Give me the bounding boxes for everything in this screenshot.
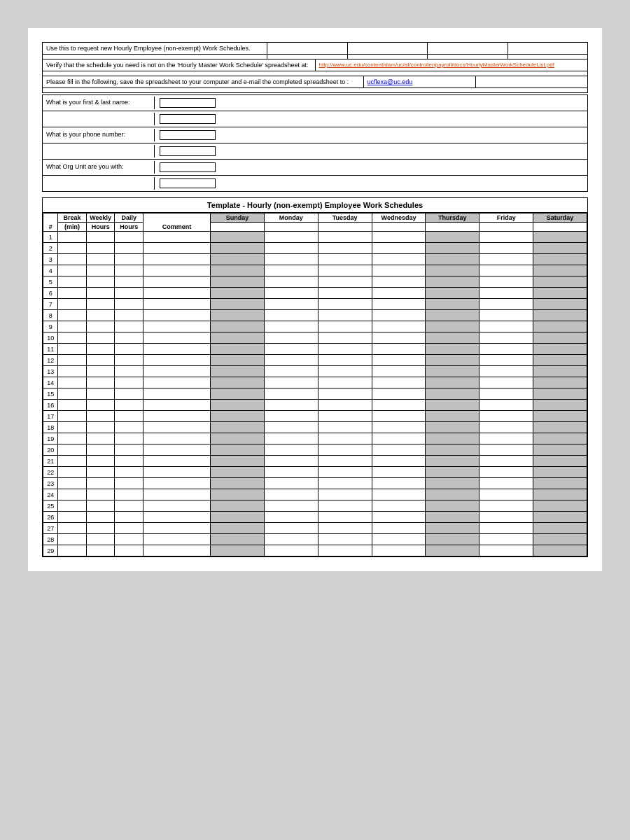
form-row-org: What Org Unit are you with: <box>43 160 587 176</box>
table-row: 2 <box>43 243 587 254</box>
table-row: 15 <box>43 388 587 400</box>
table-row: 19 <box>43 433 587 444</box>
col-header-weekly-top: Weekly <box>86 214 115 223</box>
org-label: What Org Unit are you with: <box>43 161 155 174</box>
col-header-saturday: Saturday <box>533 214 587 223</box>
col-header-monday: Monday <box>264 214 318 223</box>
col-header-daily-top: Daily <box>115 214 144 223</box>
spacer-1 <box>267 43 347 54</box>
col-header-comment: Comment <box>143 214 210 232</box>
table-row: 21 <box>43 456 587 467</box>
col-header-mon-sub <box>264 223 318 232</box>
col-header-num: # <box>43 214 58 232</box>
header-row-2: (min) Hours Hours <box>43 223 587 232</box>
blank-label2 <box>43 145 155 158</box>
col-header-tuesday: Tuesday <box>318 214 372 223</box>
verify-label: Verify that the schedule you need is not… <box>43 59 316 71</box>
form-row-blank2 <box>43 144 587 160</box>
table-row: 6 <box>43 288 587 299</box>
table-row: 27 <box>43 523 587 534</box>
table-row: 16 <box>43 400 587 411</box>
table-row: 11 <box>43 344 587 355</box>
name-input2[interactable] <box>160 114 216 124</box>
col-header-sat-sub <box>533 223 587 232</box>
fill-link[interactable]: ucflexa@uc.edu <box>364 76 476 88</box>
org-input-area <box>155 160 587 175</box>
col-header-friday: Friday <box>479 214 533 223</box>
table-row: 3 <box>43 254 587 265</box>
table-row: 7 <box>43 299 587 310</box>
table-row: 22 <box>43 467 587 478</box>
table-row: 9 <box>43 321 587 332</box>
form-section: What is your first & last name: What is … <box>42 94 588 192</box>
phone-label: What is your phone number: <box>43 129 155 141</box>
table-row: 12 <box>43 355 587 366</box>
name-label: What is your first & last name: <box>43 97 155 109</box>
form-row-phone: What is your phone number: <box>43 127 587 144</box>
name-input[interactable] <box>160 98 216 108</box>
phone-input2[interactable] <box>160 146 216 156</box>
info-row-blank <box>43 55 587 59</box>
phone-input[interactable] <box>160 130 216 140</box>
blank-row2 <box>43 71 587 76</box>
fill-spacer <box>476 76 587 88</box>
schedule-table: # Break Weekly Daily Comment Sunday Mond… <box>43 213 587 556</box>
org-input[interactable] <box>160 162 216 172</box>
form-row-blank3 <box>43 176 587 191</box>
col-header-weekly-sub: Hours <box>86 223 115 232</box>
col-header-break-top: Break <box>58 214 87 223</box>
table-row: 8 <box>43 310 587 321</box>
table-row: 25 <box>43 500 587 512</box>
spacer-3 <box>428 43 507 54</box>
spacer-4 <box>508 43 587 54</box>
table-row: 5 <box>43 276 587 288</box>
header-row: # Break Weekly Daily Comment Sunday Mond… <box>43 214 587 223</box>
table-row: 24 <box>43 489 587 500</box>
table-row: 13 <box>43 366 587 377</box>
blank-label1 <box>43 113 155 125</box>
schedule-section: Template - Hourly (non-exempt) Employee … <box>42 197 588 557</box>
col-header-sun-sub <box>211 223 265 232</box>
table-row: 4 <box>43 265 587 276</box>
use-this-label: Use this to request new Hourly Employee … <box>43 43 267 54</box>
schedule-title: Template - Hourly (non-exempt) Employee … <box>43 198 587 213</box>
blank-5 <box>508 55 587 59</box>
col-header-tue-sub <box>318 223 372 232</box>
blank-3 <box>348 55 428 59</box>
info-row-blank2 <box>43 71 587 76</box>
blank-label3 <box>43 177 155 190</box>
table-row: 23 <box>43 478 587 489</box>
blank-1 <box>43 55 267 59</box>
table-row: 1 <box>43 232 587 243</box>
table-row: 14 <box>43 377 587 388</box>
verify-link[interactable]: http://www.uc.edu/content/dam/uc/af/cont… <box>316 59 588 71</box>
col-header-daily-sub: Hours <box>115 223 144 232</box>
col-header-break-sub: (min) <box>58 223 87 232</box>
col-header-wed-sub <box>372 223 426 232</box>
fill-label: Please fill in the following, save the s… <box>43 76 364 88</box>
org-input2[interactable] <box>160 178 216 188</box>
info-row-2: Verify that the schedule you need is not… <box>43 59 587 71</box>
blank-rest1 <box>155 111 587 127</box>
phone-input-area <box>155 127 587 143</box>
top-section: Use this to request new Hourly Employee … <box>42 42 588 93</box>
form-row-name: What is your first & last name: <box>43 95 587 111</box>
col-header-sunday: Sunday <box>211 214 265 223</box>
col-header-thursday: Thursday <box>426 214 479 223</box>
table-row: 26 <box>43 512 587 523</box>
table-row: 29 <box>43 545 587 556</box>
table-row: 17 <box>43 411 587 422</box>
page: Use this to request new Hourly Employee … <box>28 28 602 571</box>
info-row-3: Please fill in the following, save the s… <box>43 76 587 88</box>
blank-4 <box>428 55 507 59</box>
info-row-1: Use this to request new Hourly Employee … <box>43 43 587 55</box>
table-row: 10 <box>43 332 587 344</box>
table-row: 18 <box>43 422 587 433</box>
spacer-2 <box>348 43 428 54</box>
name-input-area <box>155 95 587 111</box>
blank-row3 <box>43 88 587 92</box>
col-header-wednesday: Wednesday <box>372 214 426 223</box>
col-header-fri-sub <box>479 223 533 232</box>
blank-rest2 <box>155 144 587 159</box>
blank-2 <box>267 55 347 59</box>
